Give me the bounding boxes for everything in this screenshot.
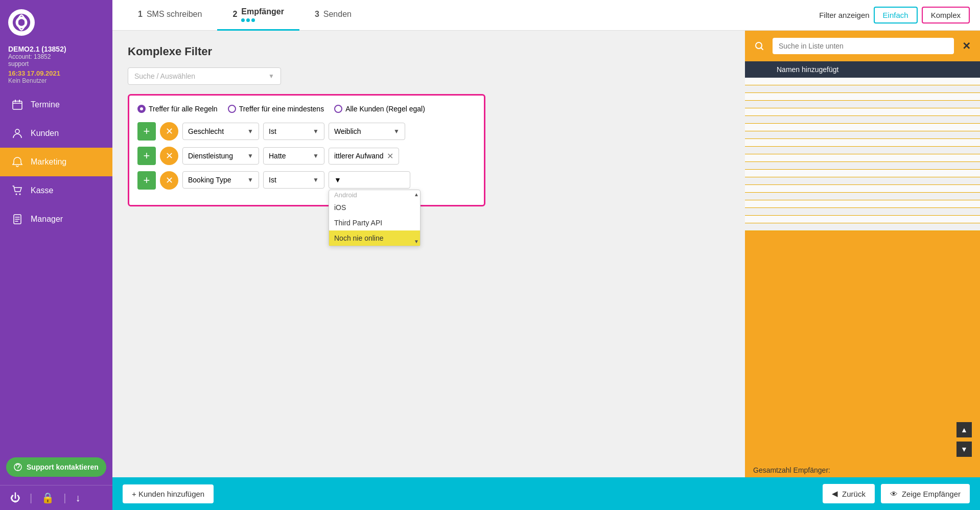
bottom-bar: + Kunden hinzufügen ◀ Zurück 👁 Zeige Emp… xyxy=(112,477,980,510)
value-tag-text-2: ittlerer Aufwand xyxy=(334,152,384,160)
table-header-label: Namen hinzugefügt xyxy=(777,65,838,74)
value-tag-remove-2[interactable]: ✕ xyxy=(387,151,393,161)
main-content: 1 SMS schreiben 2 Empfänger 3 Senden xyxy=(112,0,980,510)
operator-label-1: Ist xyxy=(269,127,276,135)
account-label: Account: 13852 xyxy=(8,53,104,60)
tab-empfanger[interactable]: 2 Empfänger xyxy=(217,0,299,31)
kunden-label: Kunden xyxy=(31,129,59,138)
back-arrow-icon: ◀ xyxy=(832,489,838,498)
sidebar-item-kasse[interactable]: Kasse xyxy=(0,176,112,205)
sidebar-bottom-actions: ⏻ | 🔒 | ↓ xyxy=(0,485,112,510)
power-icon[interactable]: ⏻ xyxy=(10,492,20,504)
filter-search-row: Suche / Auswählen ▼ xyxy=(128,67,730,85)
dropdown-item-ios[interactable]: iOS xyxy=(329,200,420,215)
add-rule-1-button[interactable]: + xyxy=(137,122,156,141)
dropdown-item-thirdparty[interactable]: Third Party API xyxy=(329,215,420,230)
lock-icon[interactable]: 🔒 xyxy=(41,492,54,504)
remove-rule-2-button[interactable]: ✕ xyxy=(160,147,178,165)
arrow-down-icon[interactable]: ↓ xyxy=(75,492,80,504)
radio-dot-alle-kunden xyxy=(334,105,342,113)
sidebar-item-manager[interactable]: Manager xyxy=(0,205,112,234)
svg-point-2 xyxy=(18,19,25,26)
filter-search-select[interactable]: Suche / Auswählen ▼ xyxy=(128,67,281,85)
scroll-down-button[interactable]: ▼ xyxy=(956,442,972,457)
right-search-input[interactable] xyxy=(773,38,954,54)
manager-label: Manager xyxy=(31,215,63,224)
radio-alle-regeln[interactable]: Treffer für alle Regeln xyxy=(137,105,218,113)
tab-sms[interactable]: 1 SMS schreiben xyxy=(123,0,217,31)
value-dropdown-3[interactable]: ▼ Android iOS Third Party API Noch nie o… xyxy=(329,171,410,189)
tab-empfanger-dots xyxy=(241,18,284,22)
operator-chevron-3: ▼ xyxy=(313,176,319,183)
sidebar-item-termine[interactable]: Termine xyxy=(0,90,112,119)
tab-senden-label: Senden xyxy=(323,10,352,19)
table-row xyxy=(745,208,980,216)
support-button[interactable]: Support kontaktieren xyxy=(6,457,106,477)
remove-rule-1-button[interactable]: ✕ xyxy=(160,122,178,141)
operator-select-2[interactable]: Hatte ▼ xyxy=(263,147,324,165)
operator-select-3[interactable]: Ist ▼ xyxy=(263,171,324,189)
marketing-label: Marketing xyxy=(31,157,66,167)
right-table-header: Namen hinzugefügt xyxy=(745,61,980,78)
field-select-1[interactable]: Geschlecht ▼ xyxy=(182,123,259,140)
value-dropdown-trigger-3[interactable]: ▼ xyxy=(329,171,410,189)
right-panel-close-button[interactable]: ✕ xyxy=(959,40,974,52)
show-empfanger-button[interactable]: 👁 Zeige Empfänger xyxy=(881,484,970,503)
complex-filter-box: Treffer für alle Regeln Treffer für eine… xyxy=(128,94,485,206)
value-chevron-1: ▼ xyxy=(393,128,400,135)
svg-rect-4 xyxy=(15,100,16,102)
svg-point-7 xyxy=(16,194,17,195)
sidebar-logo-area xyxy=(0,0,112,41)
field-select-2[interactable]: Dienstleistung ▼ xyxy=(182,147,259,165)
value-select-1[interactable]: Weiblich ▼ xyxy=(329,123,405,140)
sidebar: DEMO2.1 (13852) Account: 13852 support 1… xyxy=(0,0,112,510)
svg-point-6 xyxy=(15,129,19,133)
sidebar-item-marketing[interactable]: Marketing xyxy=(0,148,112,176)
scroll-down-icon[interactable]: ▼ xyxy=(414,239,419,244)
table-row xyxy=(745,223,980,231)
radio-eine-mindestens[interactable]: Treffer für eine mindestens xyxy=(228,105,324,113)
dropdown-item-nochnieonline[interactable]: Noch nie online xyxy=(329,230,420,246)
filter-row-2: + ✕ Dienstleistung ▼ Hatte ▼ ittlerer Au… xyxy=(137,147,476,165)
filter-search-placeholder: Suche / Auswählen xyxy=(134,72,195,80)
sidebar-item-kunden[interactable]: Kunden xyxy=(0,119,112,148)
scroll-up-button[interactable]: ▲ xyxy=(956,422,972,437)
table-row xyxy=(745,193,980,200)
add-rule-3-button[interactable]: + xyxy=(137,171,156,190)
operator-label-3: Ist xyxy=(269,176,276,184)
svg-rect-5 xyxy=(19,100,20,102)
scroll-up-icon[interactable]: ▲ xyxy=(414,192,419,197)
table-row xyxy=(745,108,980,116)
add-rule-2-button[interactable]: + xyxy=(137,147,156,165)
bottom-right-actions: ◀ Zurück 👁 Zeige Empfänger xyxy=(823,484,970,503)
tab-senden[interactable]: 3 Senden xyxy=(299,0,367,31)
table-row xyxy=(745,154,980,162)
radio-dot-alle-regeln xyxy=(137,105,146,113)
radio-alle-kunden[interactable]: Alle Kunden (Regel egal) xyxy=(334,105,425,113)
svg-rect-3 xyxy=(13,101,22,109)
filter-row-1: + ✕ Geschlecht ▼ Ist ▼ Weiblich ▼ xyxy=(137,122,476,141)
back-label: Zurück xyxy=(842,490,866,498)
add-customer-button[interactable]: + Kunden hinzufügen xyxy=(123,484,214,503)
right-panel-search: ✕ xyxy=(745,31,980,61)
sidebar-nav: Termine Kunden Marketing xyxy=(0,90,112,452)
calendar-icon xyxy=(10,98,25,112)
tabs-left: 1 SMS schreiben 2 Empfänger 3 Senden xyxy=(123,0,367,31)
btn-komplex[interactable]: Komplex xyxy=(922,7,970,24)
cart-icon xyxy=(10,183,25,198)
btn-einfach[interactable]: Einfach xyxy=(874,7,918,24)
support-label: support xyxy=(8,60,104,67)
field-select-3[interactable]: Booking Type ▼ xyxy=(182,171,259,189)
dropdown-item-android[interactable]: Android xyxy=(329,190,420,200)
gesamtzahl-label: Gesamtzahl Empfänger: xyxy=(753,466,830,474)
table-row xyxy=(745,78,980,85)
back-button[interactable]: ◀ Zurück xyxy=(823,484,875,503)
radio-alle-regeln-label: Treffer für alle Regeln xyxy=(149,105,218,113)
table-row xyxy=(745,85,980,93)
remove-rule-3-button[interactable]: ✕ xyxy=(160,171,178,190)
support-label: Support kontaktieren xyxy=(27,463,99,471)
operator-select-1[interactable]: Ist ▼ xyxy=(263,123,324,140)
svg-point-11 xyxy=(17,470,18,471)
table-row xyxy=(745,131,980,139)
filter-anzeigen-label: Filter anzeigen xyxy=(819,11,869,19)
